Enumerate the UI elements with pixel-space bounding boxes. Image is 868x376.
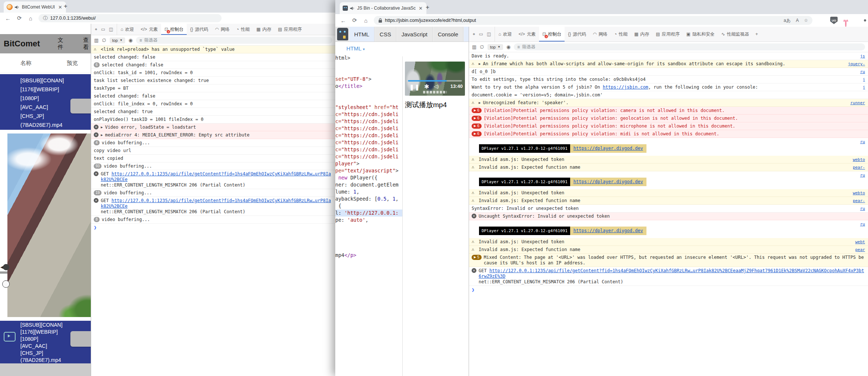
devtools-tab-隐私和安全[interactable]: ▣隐私和安全 <box>683 27 718 42</box>
source-location-link[interactable]: webto <box>849 157 865 162</box>
source-location-link[interactable]: webto <box>849 190 865 196</box>
console-prompt-icon[interactable]: ❯ <box>472 287 475 293</box>
column-name[interactable]: 名称 <box>20 60 31 67</box>
read-aloud-icon[interactable]: A <box>796 18 799 23</box>
jsbin-tab-output[interactable]: Output <box>463 27 469 42</box>
dplayer-link[interactable]: https://dplayer.diygod.dev <box>573 179 643 184</box>
player-progress-bar[interactable] <box>408 80 462 82</box>
source-location-link[interactable]: runner <box>847 100 865 106</box>
jsbin-link[interactable]: https://jsbin.com <box>603 85 648 90</box>
pause-icon[interactable]: ❚❚ <box>409 84 420 90</box>
mixed-content-count-badge[interactable]: ▶5 <box>472 255 482 260</box>
violation-count-badge[interactable]: ▶6 <box>472 131 482 136</box>
devtools-tab-应用程序[interactable]: ▤应用程序 <box>652 27 683 42</box>
address-bar[interactable]: https://jsbin.com/juzexocofe/edit?html,o… <box>374 16 812 25</box>
video-player-thumbnail[interactable]: ❚❚ ✱ ◁) 13:40 <box>405 62 465 96</box>
player-control-dot[interactable] <box>3 264 9 270</box>
address-bar[interactable]: ⓘ 127.0.0.1:1235/webui/ <box>39 14 222 22</box>
refresh-button[interactable]: ⟳ <box>17 15 22 22</box>
request-url-link[interactable]: http://127.0.0.1:1235/api/file/getConten… <box>479 268 864 279</box>
expand-arrow-icon[interactable]: ▶ <box>101 125 103 130</box>
device-toolbar-icon[interactable]: ▭ <box>479 32 483 37</box>
jsbin-tab-javascript[interactable]: JavaScript <box>396 27 433 42</box>
devtools-tab-内存[interactable]: ▦内存 <box>631 27 652 42</box>
devtools-tab-控制台[interactable]: ⊡x控制台 <box>539 27 565 42</box>
file-row-selected[interactable]: [SBSUB][CONAN][1176][WEBRIP][1080P][AVC_… <box>0 321 91 363</box>
console-sidebar-icon[interactable]: ▥ <box>472 44 476 50</box>
devtools-tab-欢迎[interactable]: ⌂欢迎 <box>117 24 137 35</box>
inspect-element-icon[interactable]: ⌖ <box>95 27 97 32</box>
live-expression-eye-icon[interactable]: ◉ <box>506 44 511 50</box>
back-button[interactable]: ← <box>5 15 11 22</box>
devtools-tab-网络[interactable]: ◠网络 <box>212 24 233 35</box>
volume-icon[interactable]: ◁) <box>434 84 439 89</box>
more-tools-button[interactable]: + <box>752 27 761 42</box>
console-filter-input[interactable]: ≡筛选器 <box>136 37 332 44</box>
request-url-link[interactable]: http://127.0.0.1:1235/api/file/getConten… <box>101 171 331 182</box>
expand-arrow-icon[interactable]: ▶ <box>101 132 103 138</box>
source-location-link[interactable]: pear- <box>849 165 865 170</box>
context-selector[interactable]: top▼ <box>110 37 125 43</box>
violation-count-badge[interactable]: ▶6 <box>472 108 482 113</box>
expand-arrow-icon[interactable]: ▶ <box>479 100 480 105</box>
pane-label-html[interactable]: HTML ▾ <box>346 45 402 52</box>
jsbin-tab-console[interactable]: Console <box>433 27 463 42</box>
player-scrollbar[interactable] <box>0 271 7 274</box>
https-lock-icon[interactable] <box>378 18 382 23</box>
dplayer-link[interactable]: https://dplayer.diygod.dev <box>573 146 643 151</box>
cat-extension-icon[interactable] <box>845 20 847 27</box>
back-button[interactable]: ← <box>340 17 346 24</box>
source-location-link[interactable]: j <box>859 85 865 90</box>
preview-button[interactable] <box>70 99 91 113</box>
violation-count-badge[interactable]: ▶6 <box>472 123 482 129</box>
source-location-link[interactable]: ru <box>857 206 865 211</box>
clear-console-icon[interactable]: ∅ <box>480 44 484 50</box>
inspect-element-icon[interactable]: ⌖ <box>473 32 475 37</box>
column-preview[interactable]: 预览 <box>67 60 78 67</box>
ublock-extension-icon[interactable]: UO <box>830 17 838 24</box>
html-editor-pane[interactable]: HTML ▾ html>set="UTF-8">o</title>"styles… <box>335 42 402 376</box>
source-location-link[interactable]: ru <box>857 69 865 75</box>
dplayer-link[interactable]: https://dplayer.diygod.dev <box>573 228 643 233</box>
favorite-star-icon[interactable]: ☆ <box>804 18 808 23</box>
source-location-link[interactable]: jquery- <box>844 61 865 67</box>
console-prompt-icon[interactable]: ❯ <box>94 225 97 230</box>
task-row-selected[interactable]: [SBSUB][CONAN][1176][WEBRIP][1080P][AVC_… <box>0 74 91 130</box>
source-location-link[interactable]: pear- <box>849 198 865 204</box>
dock-side-icon[interactable]: ◫ <box>109 27 113 32</box>
clear-console-icon[interactable]: ∅ <box>102 37 106 43</box>
devtools-tab-内存[interactable]: ▦内存 <box>253 24 275 35</box>
new-tab-button[interactable]: + <box>64 3 67 9</box>
right-browser-tab[interactable]: JS Bin - Collaborative JavaSc ✕ <box>340 2 426 14</box>
expand-arrow-icon[interactable]: ▶ <box>479 61 480 66</box>
live-expression-eye-icon[interactable]: ◉ <box>129 37 133 43</box>
translate-icon[interactable]: aあ <box>784 17 791 24</box>
menu-file[interactable]: 文件 <box>58 37 66 51</box>
tab-close-icon[interactable]: ✕ <box>418 5 423 11</box>
source-location-link[interactable]: ru <box>857 221 865 227</box>
console-sidebar-icon[interactable]: ▥ <box>94 37 99 43</box>
jsbin-tab-css[interactable]: CSS <box>375 27 396 42</box>
new-tab-button[interactable]: + <box>426 4 429 10</box>
refresh-button[interactable]: ⟳ <box>352 17 357 24</box>
devtools-tab-元素[interactable]: </>元素 <box>515 27 539 42</box>
devtools-tab-应用程序[interactable]: ▤应用程序 <box>275 24 305 35</box>
menu-view[interactable]: 查看 <box>83 37 91 51</box>
source-location-link[interactable]: js <box>857 53 865 59</box>
devtools-tab-元素[interactable]: </>元素 <box>137 24 161 35</box>
dock-side-icon[interactable]: ◫ <box>487 32 491 37</box>
violation-count-badge[interactable]: ▶6 <box>472 116 482 121</box>
devtools-tab-性能监视器[interactable]: ∿性能监视器 <box>718 27 752 42</box>
home-button[interactable]: ⌂ <box>364 17 368 24</box>
devtools-tab-控制台[interactable]: ⊡x控制台 <box>161 24 187 35</box>
devtools-tab-性能[interactable]: ◔性能 <box>611 27 631 42</box>
devtools-tab-欢迎[interactable]: ⌂欢迎 <box>495 27 515 42</box>
video-preview-image[interactable] <box>7 133 91 317</box>
source-location-link[interactable]: pear <box>852 247 865 253</box>
source-location-link[interactable]: webt <box>852 239 865 245</box>
device-toolbar-icon[interactable]: ▭ <box>101 27 105 32</box>
devtools-tab-源代码[interactable]: {}源代码 <box>565 27 589 42</box>
source-location-link[interactable]: ru <box>857 139 865 145</box>
settings-gear-icon[interactable]: ✱ <box>424 83 429 90</box>
player-emoji-icon[interactable] <box>2 280 10 288</box>
